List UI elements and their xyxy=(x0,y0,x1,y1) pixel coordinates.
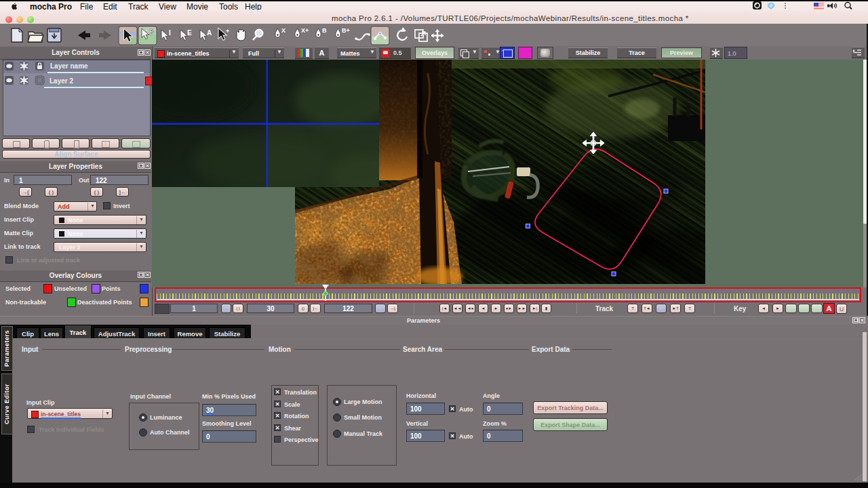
svg-text:+: + xyxy=(226,28,229,35)
svg-text:X: X xyxy=(281,27,285,34)
svg-text:I: I xyxy=(169,29,171,37)
svg-text:B+: B+ xyxy=(342,27,350,34)
svg-text:X+: X+ xyxy=(301,27,309,34)
svg-text:B: B xyxy=(149,28,154,36)
svg-text:E: E xyxy=(187,29,192,37)
svg-text:A: A xyxy=(207,29,212,37)
svg-text:B: B xyxy=(322,27,327,34)
